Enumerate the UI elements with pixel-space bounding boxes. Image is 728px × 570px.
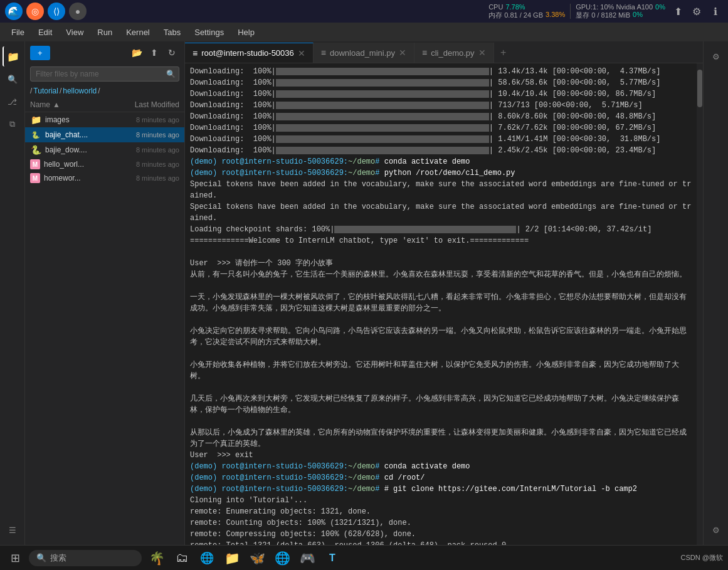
tab-cli-demo[interactable]: ≡ cli_demo.py ✕ [414,43,494,63]
menu-help[interactable]: Help [231,25,261,40]
file-name-hello: hello_worl... [44,160,104,169]
file-name-bajie-chat: bajie_chat.... [45,130,104,139]
upload-icon[interactable]: ⬆ [670,4,685,19]
taskbar-icon-folder[interactable]: 📁 [221,547,243,569]
taskbar-label: CSDN @微软 [681,553,723,562]
right-sidebar-icon-2[interactable]: ⚙ [706,520,726,540]
terminal-line: Downloading: 100%|| 2.45k/2.45k [00:00<0… [190,145,692,156]
py-icon-bajie-chat: 🐍 [30,129,41,140]
terminal-line: Downloading: 100%|| 8.60k/8.60k [00:00<0… [190,111,692,122]
right-sidebar: ⚙ ⚙ [703,41,728,545]
file-item-homework[interactable]: M homewor... 8 minutes ago [25,171,184,185]
top-bar: 🌊 ◎ ⟨⟩ ● CPU 7.78% 内存 0.81 / 24 GB 3.38%… [0,0,728,23]
terminal-line: (demo) root@intern-studio-50036629:~/dem… [190,167,692,179]
mem-label: 内存 0.81 / 24 GB [488,11,543,20]
taskbar-icon-edge[interactable]: 🌐 [196,547,218,569]
breadcrumb-helloworld[interactable]: helloworld [63,87,97,95]
menu-file[interactable]: File [5,25,31,40]
tab-download-mini-close[interactable]: ✕ [399,48,406,58]
folder-icon[interactable]: 📂 [129,45,144,60]
terminal-line: Special tokens have been added in the vo… [190,179,692,201]
taskbar-icon-text[interactable]: T [321,547,344,569]
menu-view[interactable]: View [60,25,90,40]
scrollbar-vertical[interactable] [697,63,703,545]
right-panel: ≡ root@intern-studio-50036 ✕ ≡ download_… [185,41,703,545]
explorer-toolbar: + 📂 ⬆ ↻ [25,41,184,64]
taskbar-icon-butterfly[interactable]: 🦋 [246,547,268,569]
terminal-line: (demo) root@intern-studio-50036629:~/dem… [190,156,692,167]
terminal-line: (demo) root@intern-studio-50036629:~/dem… [190,461,692,472]
terminal-line: remote: Total 1321 (delta 663), reused 1… [190,540,692,545]
terminal-line [190,348,692,359]
terminal-line: Downloading: 100%|| 13.4k/13.4k [00:00<0… [190,66,692,77]
taskbar-right: CSDN @微软 [681,553,723,562]
tab-download-mini-icon: ≡ [321,48,326,58]
breadcrumb-sep3: / [98,87,100,95]
terminal-line [190,314,692,325]
tab-cli-demo-icon: ≡ [422,48,427,58]
file-list: 📁 images 8 minutes ago 🐍 bajie_chat.... … [25,112,184,545]
tab-terminal-icon: ≡ [193,48,198,58]
scrollbar-thumb[interactable] [697,70,702,107]
taskbar-icon-beach[interactable]: 🌴 [145,547,168,569]
tab-terminal-close[interactable]: ✕ [298,48,305,58]
top-bar-left: 🌊 ◎ ⟨⟩ ● [5,3,87,20]
gpu-value: 0% [655,3,665,11]
search-box: 🔍 [30,66,179,82]
tab-add-button[interactable]: + [494,43,513,63]
tab-download-mini[interactable]: ≡ download_mini.py ✕ [314,43,414,63]
upload-file-icon[interactable]: ⬆ [147,45,162,60]
file-modified-hello: 8 minutes ago [104,161,179,168]
terminal-line: 小兔决定向它的朋友寻求帮助。它向小鸟问路，小鸟告诉它应该去森林的另一端。小兔又向… [190,325,692,348]
terminal-line: Downloading: 100%|| 10.4k/10.4k [00:00<0… [190,88,692,100]
file-item-hello-world[interactable]: M hello_worl... 8 minutes ago [25,157,184,171]
file-item-bajie-dow[interactable]: 🐍 bajie_dow.... 8 minutes ago [25,142,184,157]
refresh-icon[interactable]: ↻ [164,45,179,60]
sidebar-icon-search[interactable]: 🔍 [3,69,23,89]
file-name-homework: homewor... [44,174,104,182]
taskbar-icon-files[interactable]: 🗂 [171,547,193,569]
system-icons: ⬆ ⚙ ℹ [670,4,723,19]
menu-tabs[interactable]: Tabs [157,25,187,40]
breadcrumb-tutorial[interactable]: Tutorial [33,87,58,95]
column-name[interactable]: Name ▲ [30,100,104,109]
taskbar-search[interactable]: 🔍 搜索 [29,550,142,566]
folder-icon-images: 📁 [30,114,41,125]
taskbar-start-button[interactable]: ⊞ [5,548,25,568]
vram-value: 0% [633,11,643,20]
file-item-images[interactable]: 📁 images 8 minutes ago [25,112,184,127]
menu-run[interactable]: Run [91,25,119,40]
taskbar-icon-chrome[interactable]: 🌐 [271,547,293,569]
info-icon[interactable]: ℹ [708,4,723,19]
file-item-bajie-chat[interactable]: 🐍 bajie_chat.... 8 minutes ago [25,127,184,142]
taskbar: ⊞ 🔍 搜索 🌴 🗂 🌐 📁 🦋 🌐 🎮 T CSDN @微软 [0,545,728,570]
menu-edit[interactable]: Edit [32,25,58,40]
terminal-line: 从前，有一只名叫小兔的兔子，它生活在一个美丽的森林里。小兔喜欢在森林里玩耍，享受… [190,269,692,280]
new-file-button[interactable]: + [30,46,50,60]
terminal-line: 一天，小兔发现森林里的一棵大树被风吹倒了，它的枝叶被风吹得乱七八糟，看起来非常可… [190,292,692,314]
terminal[interactable]: Downloading: 100%|| 13.4k/13.4k [00:00<0… [185,63,697,545]
file-name-images: images [45,115,104,124]
file-modified-homework: 8 minutes ago [104,174,179,182]
breadcrumb: / Tutorial / helloworld / [25,84,184,98]
search-input[interactable] [30,66,179,82]
menu-kernel[interactable]: Kernel [120,25,156,40]
md-icon-homework: M [30,173,40,183]
settings-icon[interactable]: ⚙ [689,4,704,19]
taskbar-icon-game[interactable]: 🎮 [296,547,319,569]
tab-cli-demo-label: cli_demo.py [431,48,474,58]
file-modified-bajie-dow: 8 minutes ago [104,146,179,154]
terminal-line: remote: Counting objects: 100% (1321/132… [190,517,692,529]
menu-settings[interactable]: Settings [188,25,230,40]
terminal-line: User >>> 请创作一个 300 字的小故事 [190,258,692,269]
tab-cli-demo-close[interactable]: ✕ [478,48,486,58]
sidebar-icon-git[interactable]: ⎇ [3,92,23,112]
terminal-line: =============Welcome to InternLM chatbot… [190,235,692,246]
tab-terminal[interactable]: ≡ root@intern-studio-50036 ✕ [185,43,314,63]
sidebar-icon-extensions[interactable]: ⧉ [3,114,23,134]
app-logo: 🌊 [5,3,23,20]
right-sidebar-icon-1[interactable]: ⚙ [706,46,726,66]
sidebar-icon-bottom[interactable]: ☰ [3,520,23,540]
sidebar-icon-files[interactable]: 📁 [3,46,23,66]
breadcrumb-separator: / [30,87,32,95]
